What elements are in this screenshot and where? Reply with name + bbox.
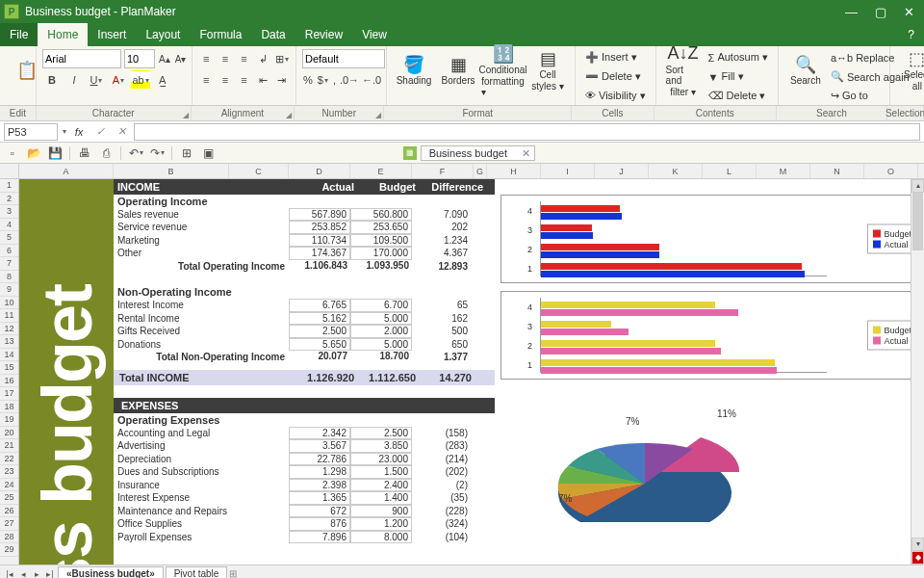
ribbon: 📋 A▴ A▾ B I U▾ A▾ ab▾ A̲ ≡ ≡ ≡ ↲ ⊞▾ ≡ <box>0 46 924 106</box>
inc-decimal-button[interactable]: .0→ <box>340 70 359 90</box>
new-sheet-button[interactable]: ⊞ <box>229 568 243 579</box>
group-label-number: Number◢ <box>295 106 384 120</box>
name-box[interactable]: P53 <box>4 123 58 141</box>
menu-view[interactable]: View <box>352 23 397 46</box>
undo-button[interactable]: ↶▾ <box>127 144 144 162</box>
font-color-button[interactable]: A▾ <box>109 70 128 90</box>
ribbon-group-alignment: ≡ ≡ ≡ ↲ ⊞▾ ≡ ≡ ≡ ⇤ ⇥ <box>192 46 296 105</box>
tab-nav-first[interactable]: |◂ <box>4 569 15 579</box>
pie-label-3: 11% <box>717 408 736 419</box>
search-button[interactable]: 🔍Search <box>784 48 827 92</box>
font-name-combo[interactable] <box>42 49 121 68</box>
pie-svg <box>500 387 789 522</box>
income-header-row: INCOME Actual Budget Difference <box>114 179 495 195</box>
sheet-tab-pivot-table[interactable]: Pivot table <box>166 566 228 578</box>
menu-layout[interactable]: Layout <box>136 23 190 46</box>
select-all-button[interactable]: ⬚Selectall <box>896 48 924 92</box>
clipboard-icon: 📋 <box>16 61 38 80</box>
scroll-up-button[interactable]: ▴ <box>911 179 924 193</box>
toggle-button[interactable]: ▣ <box>199 144 217 162</box>
indent-dec-button[interactable]: ⇤ <box>255 70 271 90</box>
cell-styles-button[interactable]: ▤Cellstyles ▾ <box>526 48 569 92</box>
spreadsheet-grid[interactable]: 1234567891011121314151617181920212223242… <box>0 179 924 565</box>
align-middle-button[interactable]: ≡ <box>218 49 234 68</box>
scroll-thumb[interactable] <box>912 193 923 250</box>
tab-nav-last[interactable]: ▸| <box>44 569 56 579</box>
align-left-button[interactable]: ≡ <box>198 70 215 90</box>
scroll-down-button[interactable]: ▾ <box>911 538 924 551</box>
thousands-button[interactable]: , <box>332 70 337 90</box>
currency-button[interactable]: $▾ <box>317 70 329 90</box>
tab-nav-next[interactable]: ▸ <box>31 569 42 579</box>
sheet-tab-business-budget[interactable]: «Business budget» <box>58 566 164 578</box>
align-center-button[interactable]: ≡ <box>218 70 234 90</box>
table-row: Marketing110.734109.5001.234 <box>114 234 495 248</box>
dec-decimal-button[interactable]: ←.0 <box>362 70 381 90</box>
font-size-combo[interactable] <box>124 49 155 68</box>
menu-insert[interactable]: Insert <box>88 23 136 46</box>
document-tab-active[interactable]: Business budget ✕ <box>421 145 535 161</box>
menu-home[interactable]: Home <box>38 23 88 46</box>
delete-contents-button[interactable]: ⌫Delete ▾ <box>705 86 772 105</box>
bold-button[interactable]: B <box>42 70 62 90</box>
number-format-combo[interactable] <box>302 49 385 68</box>
formula-input[interactable] <box>134 123 920 141</box>
conditional-formatting-button[interactable]: 🔢Conditionalformatting ▾ <box>481 48 525 92</box>
delete-cells-button[interactable]: ➖Delete ▾ <box>581 67 650 87</box>
merge-cells-button[interactable]: ⊞▾ <box>273 49 290 68</box>
shading-button[interactable]: 🪣Shading <box>393 48 435 92</box>
indent-inc-button[interactable]: ⇥ <box>273 70 290 90</box>
grow-font-button[interactable]: A▴ <box>158 51 171 66</box>
open-button[interactable]: 📂 <box>25 144 42 162</box>
vertical-scrollbar[interactable]: ▴ ▾ ◆ <box>911 179 924 565</box>
close-button[interactable]: ✕ <box>904 5 914 19</box>
redo-button[interactable]: ↷▾ <box>148 144 166 162</box>
align-right-button[interactable]: ≡ <box>236 70 252 90</box>
app-icon: P <box>4 4 19 19</box>
group-label-edit: Edit <box>0 106 37 120</box>
insert-cells-button[interactable]: ➕Insert ▾ <box>581 48 650 67</box>
fill-icon: ▼ <box>708 71 719 83</box>
visibility-button[interactable]: 👁Visibility ▾ <box>581 86 650 105</box>
tab-close-button[interactable]: ✕ <box>522 147 530 160</box>
fill-button[interactable]: ▼Fill ▾ <box>705 67 772 87</box>
toggle-grid-button[interactable]: ⊞ <box>178 144 195 162</box>
pdf-button[interactable]: ⎙ <box>97 144 115 162</box>
ribbon-group-selection: ⬚Selectall <box>890 46 924 105</box>
tab-nav-prev[interactable]: ◂ <box>17 569 29 579</box>
maximize-button[interactable]: ▢ <box>875 5 886 19</box>
minimize-button[interactable]: — <box>845 5 858 19</box>
menu-help-icon[interactable]: ? <box>898 23 924 46</box>
menu-formula[interactable]: Formula <box>190 23 251 46</box>
select-all-corner[interactable] <box>0 164 19 179</box>
autosum-button[interactable]: ΣAutosum ▾ <box>705 48 772 67</box>
char-format-button[interactable]: A̲ <box>153 70 172 90</box>
sheet-tabs: |◂ ◂ ▸ ▸| «Business budget» Pivot table … <box>0 565 924 578</box>
highlight-button[interactable]: ab▾ <box>131 70 150 90</box>
namebox-dropdown[interactable]: ▾ <box>63 127 66 136</box>
align-bottom-button[interactable]: ≡ <box>236 49 252 68</box>
underline-button[interactable]: U▾ <box>87 70 106 90</box>
fx-button[interactable]: fx <box>70 126 88 138</box>
fx-cancel-icon: ✕ <box>113 125 130 138</box>
scroll-marker[interactable]: ◆ <box>911 551 924 565</box>
table-row: Office Supplies8761.200(324) <box>114 517 495 531</box>
save-button[interactable]: 💾 <box>46 144 64 162</box>
menu-file[interactable]: File <box>0 23 38 46</box>
menu-review[interactable]: Review <box>295 23 352 46</box>
group-label-alignment: Alignment◢ <box>192 106 295 120</box>
italic-button[interactable]: I <box>64 70 84 90</box>
wrap-text-button[interactable]: ↲ <box>255 49 271 68</box>
percent-button[interactable]: % <box>302 70 314 90</box>
print-button[interactable]: 🖶 <box>76 144 93 162</box>
new-doc-button[interactable]: ▫ <box>4 144 21 162</box>
insert-icon: ➕ <box>585 51 599 64</box>
borders-button[interactable]: ▦Borders <box>437 48 479 92</box>
delete-icon: ➖ <box>585 70 599 83</box>
row-headers[interactable]: 1234567891011121314151617181920212223242… <box>0 179 19 565</box>
sort-filter-button[interactable]: A↓ZSort andfilter ▾ <box>662 48 705 92</box>
menu-data[interactable]: Data <box>251 23 295 46</box>
column-headers[interactable]: ABCDEFGHIJKLMNO <box>19 164 924 179</box>
shrink-font-button[interactable]: A▾ <box>174 51 188 66</box>
align-top-button[interactable]: ≡ <box>198 49 215 68</box>
